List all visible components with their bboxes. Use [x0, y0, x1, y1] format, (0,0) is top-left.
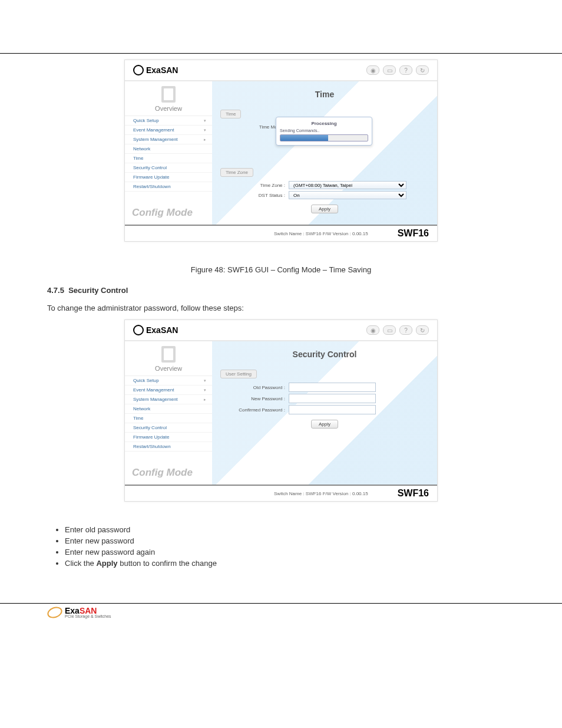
- refresh-icon[interactable]: ↻: [416, 65, 429, 75]
- figure-caption: Figure 48: SWF16 GUI – Config Mode – Tim…: [0, 265, 562, 274]
- new-password-label: New Password :: [220, 396, 289, 401]
- confirm-password-input[interactable]: [289, 405, 376, 414]
- content-security: Security Control User Setting Old Passwo…: [212, 341, 437, 485]
- bullet-item: Enter new password again: [65, 548, 515, 556]
- progress-bar: [280, 134, 368, 141]
- timezone-label: Time Zone :: [220, 183, 289, 188]
- old-password-label: Old Password :: [220, 385, 289, 390]
- card-footer: Switch Name : SWF16 F/W Version : 0.00.1…: [125, 485, 437, 501]
- nav-firmware-update[interactable]: Firmware Update: [125, 173, 212, 182]
- nav-restart-shutdown[interactable]: Restart/Shutdown: [125, 182, 212, 192]
- nav-event-management[interactable]: Event Management▾: [125, 386, 212, 395]
- mode-label: Config Mode: [125, 192, 212, 225]
- instruction-list: Enter old password Enter new password En…: [65, 525, 515, 568]
- nav-list: Quick Setup▾ Event Management▾ System Ma…: [125, 116, 212, 192]
- confirm-password-label: Confirmed Password :: [220, 407, 289, 413]
- eye-icon[interactable]: ◉: [366, 65, 379, 75]
- tab-timezone[interactable]: Time Zone: [220, 168, 253, 177]
- processing-dialog: Processing Sending Commands..: [276, 117, 372, 146]
- page-title: Security Control: [220, 350, 429, 359]
- app-header: ExaSAN ◉ ▭ ? ↻: [125, 60, 437, 81]
- nav-network[interactable]: Network: [125, 404, 212, 414]
- sidebar: Overview Quick Setup▾ Event Management▾ …: [125, 81, 212, 225]
- model-label: SWF16: [398, 488, 429, 499]
- ring-icon: [46, 605, 64, 620]
- apply-button[interactable]: Apply: [311, 420, 338, 429]
- old-password-input[interactable]: [289, 383, 376, 392]
- nav-network[interactable]: Network: [125, 144, 212, 154]
- timezone-select[interactable]: (GMT+08:00) Taiwan, Taipei: [289, 181, 406, 189]
- section-heading: 4.7.5 Security Control: [47, 285, 515, 297]
- tab-time[interactable]: Time: [220, 110, 241, 118]
- dst-select[interactable]: On: [289, 191, 406, 199]
- time-config-screenshot: ExaSAN ◉ ▭ ? ↻ Overview Quick Setup▾ Eve…: [124, 60, 438, 242]
- help-icon[interactable]: ?: [399, 65, 412, 75]
- apply-button[interactable]: Apply: [311, 205, 338, 213]
- nav-security-control[interactable]: Security Control: [125, 423, 212, 433]
- new-password-input[interactable]: [289, 394, 376, 403]
- sidebar: Overview Quick Setup▾ Event Management▾ …: [125, 341, 212, 485]
- bullet-item: Click the Apply button to confirm the ch…: [65, 559, 515, 568]
- overview-icon: [161, 346, 176, 363]
- processing-message: Sending Commands..: [280, 129, 368, 133]
- nav-list: Quick Setup▾ Event Management▾ System Ma…: [125, 375, 212, 452]
- app-header: ExaSAN ◉ ▭ ? ↻: [125, 320, 437, 341]
- help-icon[interactable]: ?: [399, 325, 412, 335]
- nav-firmware-update[interactable]: Firmware Update: [125, 433, 212, 442]
- header-toolbar: ◉ ▭ ? ↻: [366, 65, 429, 75]
- nav-time[interactable]: Time: [125, 414, 212, 423]
- nav-event-management[interactable]: Event Management▾: [125, 126, 212, 135]
- section-description: To change the administrator password, fo…: [47, 302, 515, 314]
- security-control-screenshot: ExaSAN ◉ ▭ ? ↻ Overview Quick Setup▾ Eve…: [124, 319, 438, 502]
- brand-logo: ExaSAN: [133, 65, 178, 75]
- overview-icon: [161, 86, 176, 103]
- mode-label: Config Mode: [125, 452, 212, 485]
- switch-info: Switch Name : SWF16 F/W Version : 0.00.1…: [274, 231, 368, 236]
- nav-security-control[interactable]: Security Control: [125, 163, 212, 173]
- overview-label: Overview: [155, 365, 182, 372]
- nav-restart-shutdown[interactable]: Restart/Shutdown: [125, 442, 212, 452]
- page-icon[interactable]: ▭: [383, 325, 396, 335]
- eye-icon[interactable]: ◉: [366, 325, 379, 335]
- page-footer-logo: ExaSAN PCIe Storage & Switches: [47, 606, 562, 618]
- switch-info: Switch Name : SWF16 F/W Version : 0.00.1…: [274, 491, 368, 496]
- nav-quick-setup[interactable]: Quick Setup▾: [125, 116, 212, 126]
- content-time: Time Time Time Mode : NTP Time Zone Time…: [212, 81, 437, 225]
- page-title: Time: [220, 90, 429, 99]
- nav-system-management[interactable]: System Management▸: [125, 135, 212, 144]
- overview-label: Overview: [155, 105, 182, 112]
- nav-system-management[interactable]: System Management▸: [125, 395, 212, 404]
- header-toolbar: ◉ ▭ ? ↻: [366, 325, 429, 335]
- tab-user-setting[interactable]: User Setting: [220, 370, 257, 378]
- nav-quick-setup[interactable]: Quick Setup▾: [125, 376, 212, 386]
- bullet-item: Enter new password: [65, 536, 515, 545]
- page-icon[interactable]: ▭: [383, 65, 396, 75]
- brand-logo: ExaSAN: [133, 325, 178, 335]
- card-footer: Switch Name : SWF16 F/W Version : 0.00.1…: [125, 225, 437, 241]
- bullet-item: Enter old password: [65, 525, 515, 534]
- dst-label: DST Status :: [220, 193, 289, 198]
- refresh-icon[interactable]: ↻: [416, 325, 429, 335]
- nav-time[interactable]: Time: [125, 154, 212, 163]
- model-label: SWF16: [398, 228, 429, 239]
- processing-title: Processing: [280, 121, 368, 126]
